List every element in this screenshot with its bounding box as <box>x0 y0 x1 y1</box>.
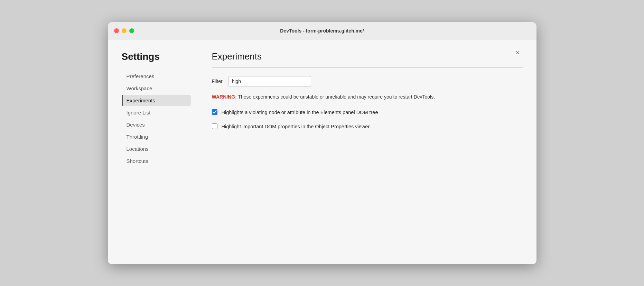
experiment-label-2[interactable]: Highlight important DOM properties in th… <box>222 123 370 131</box>
experiment-checkbox-2[interactable] <box>212 123 217 129</box>
experiment-checkbox-1[interactable] <box>212 109 217 115</box>
sidebar-nav: Preferences Workspace Experiments Ignore… <box>122 71 191 167</box>
titlebar: DevTools - form-problems.glitch.me/ <box>108 22 536 40</box>
minimize-traffic-light[interactable] <box>122 28 127 33</box>
sidebar-item-preferences[interactable]: Preferences <box>122 71 191 82</box>
experiment-label-1[interactable]: Highlights a violating node or attribute… <box>222 109 378 117</box>
devtools-window: DevTools - form-problems.glitch.me/ Sett… <box>108 22 536 264</box>
sidebar-item-locations[interactable]: Locations <box>122 143 191 155</box>
sidebar-item-throttling[interactable]: Throttling <box>122 131 191 142</box>
experiment-item-2: Highlight important DOM properties in th… <box>212 123 523 131</box>
experiments-list: Highlights a violating node or attribute… <box>212 109 523 131</box>
main-content: × Experiments Filter WARNING: These expe… <box>198 51 523 253</box>
traffic-lights <box>114 28 134 33</box>
sidebar-heading: Settings <box>122 51 191 62</box>
warning-text: WARNING: These experiments could be unst… <box>212 93 523 101</box>
filter-row: Filter <box>212 76 523 86</box>
sidebar-item-devices[interactable]: Devices <box>122 119 191 130</box>
sidebar-item-ignore-list[interactable]: Ignore List <box>122 107 191 118</box>
section-title: Experiments <box>212 51 523 62</box>
window-title: DevTools - form-problems.glitch.me/ <box>280 28 364 34</box>
maximize-traffic-light[interactable] <box>129 28 134 33</box>
warning-body: These experiments could be unstable or u… <box>237 94 435 100</box>
sidebar-item-experiments[interactable]: Experiments <box>122 95 191 106</box>
sidebar-item-workspace[interactable]: Workspace <box>122 83 191 94</box>
window-body: Settings Preferences Workspace Experimen… <box>108 40 536 264</box>
warning-label: WARNING: <box>212 94 237 100</box>
section-divider <box>212 67 523 68</box>
experiment-item-1: Highlights a violating node or attribute… <box>212 109 523 117</box>
close-traffic-light[interactable] <box>114 28 119 33</box>
close-button[interactable]: × <box>513 48 523 57</box>
filter-label: Filter <box>212 79 223 84</box>
filter-input[interactable] <box>228 76 311 86</box>
sidebar: Settings Preferences Workspace Experimen… <box>122 51 198 253</box>
sidebar-item-shortcuts[interactable]: Shortcuts <box>122 155 191 167</box>
